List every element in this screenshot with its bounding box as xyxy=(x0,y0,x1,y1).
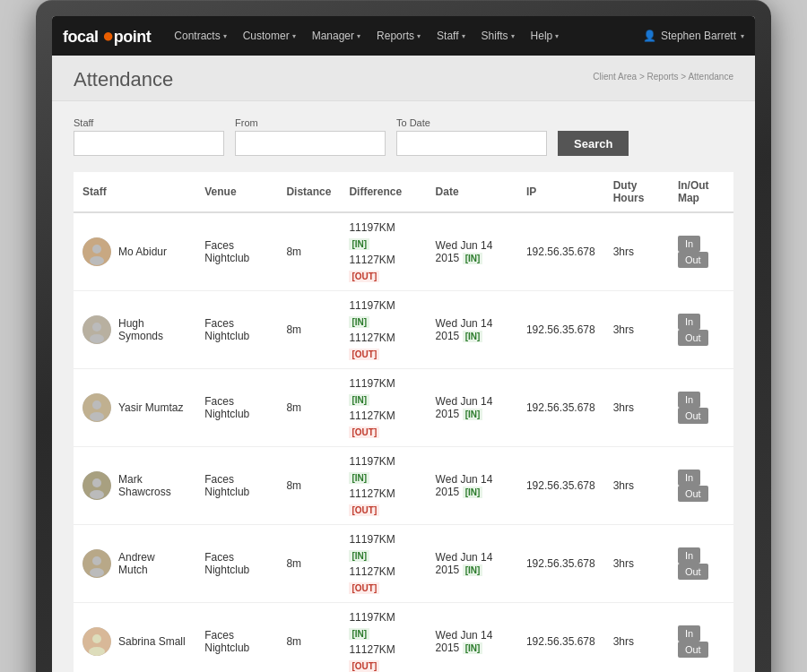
monitor-screen: focal ●point Contracts ▾ Customer ▾ Mana… xyxy=(52,16,755,672)
in-button[interactable]: In xyxy=(678,392,700,408)
cell-venue: Faces Nightclub xyxy=(195,369,277,447)
cell-venue: Faces Nightclub xyxy=(195,447,277,525)
cell-staff: Andrew Mutch xyxy=(74,525,195,603)
avatar xyxy=(82,627,111,656)
monitor: focal ●point Contracts ▾ Customer ▾ Mana… xyxy=(36,0,771,672)
badge-out: [OUT] xyxy=(349,271,379,282)
monitor-bezel: focal ●point Contracts ▾ Customer ▾ Mana… xyxy=(36,0,771,672)
out-button[interactable]: Out xyxy=(678,252,708,268)
date-badge-in: [IN] xyxy=(463,331,483,342)
svg-point-1 xyxy=(92,245,101,254)
user-menu[interactable]: 👤 Stephen Barrett ▾ xyxy=(643,30,744,42)
to-date-input[interactable] xyxy=(396,131,547,156)
nav-manager[interactable]: Manager ▾ xyxy=(305,26,368,46)
badge-in: [IN] xyxy=(349,394,369,406)
date-badge-in: [IN] xyxy=(463,487,483,498)
cell-distance: 8m xyxy=(277,291,340,369)
col-duty-hours: Duty Hours xyxy=(604,172,669,212)
cell-staff: Mo Abidur xyxy=(74,212,195,291)
cell-venue: Faces Nightclub xyxy=(195,525,277,603)
from-field-group: From xyxy=(235,117,386,156)
cell-venue: Faces Nightclub xyxy=(195,212,277,291)
cell-inout-map: In Out xyxy=(669,525,733,603)
badge-out: [OUT] xyxy=(349,582,379,594)
avatar xyxy=(82,393,111,422)
in-button[interactable]: In xyxy=(678,236,700,252)
cell-duty-hours: 3hrs xyxy=(604,447,669,525)
date-badge-in: [IN] xyxy=(463,564,483,576)
cell-date: Wed Jun 14 2015 [IN] xyxy=(427,369,517,447)
staff-field-group: Staff xyxy=(74,117,224,156)
col-distance: Distance xyxy=(277,172,340,212)
table-row: Andrew Mutch Faces Nightclub 8m 11197KM … xyxy=(74,525,733,603)
from-label: From xyxy=(235,117,386,128)
in-button[interactable]: In xyxy=(678,625,700,642)
nav-staff[interactable]: Staff ▾ xyxy=(430,26,472,46)
svg-point-17 xyxy=(89,647,105,656)
to-date-field-group: To Date xyxy=(396,117,547,156)
cell-venue: Faces Nightclub xyxy=(195,603,277,673)
badge-out: [OUT] xyxy=(349,426,379,438)
avatar xyxy=(82,471,111,500)
svg-point-4 xyxy=(92,323,101,332)
page-header: Attendance Client Area > Reports > Atten… xyxy=(52,56,755,101)
in-button[interactable]: In xyxy=(678,547,700,564)
nav-help[interactable]: Help ▾ xyxy=(524,26,567,46)
chevron-down-icon: ▾ xyxy=(555,32,559,40)
nav-reports[interactable]: Reports ▾ xyxy=(369,26,428,46)
in-button[interactable]: In xyxy=(678,314,700,330)
table-body: Mo Abidur Faces Nightclub 8m 11197KM [IN… xyxy=(74,212,733,672)
cell-inout-map: In Out xyxy=(669,291,733,369)
nav-customer[interactable]: Customer ▾ xyxy=(236,26,303,46)
col-date: Date xyxy=(427,172,517,212)
date-badge-in: [IN] xyxy=(463,642,483,654)
staff-input[interactable] xyxy=(74,131,224,156)
cell-distance: 8m xyxy=(277,212,340,291)
out-button[interactable]: Out xyxy=(678,408,708,424)
cell-ip: 192.56.35.678 xyxy=(517,447,604,525)
cell-duty-hours: 3hrs xyxy=(604,603,669,673)
cell-distance: 8m xyxy=(277,369,340,447)
cell-inout-map: In Out xyxy=(669,447,733,525)
svg-point-13 xyxy=(92,556,101,565)
out-button[interactable]: Out xyxy=(678,564,708,580)
logo-dot: ● xyxy=(102,24,114,47)
badge-in: [IN] xyxy=(349,550,369,562)
cell-distance: 8m xyxy=(277,525,340,603)
nav-shifts[interactable]: Shifts ▾ xyxy=(474,26,522,46)
col-staff: Staff xyxy=(74,172,195,212)
badge-in: [IN] xyxy=(349,238,369,250)
out-button[interactable]: Out xyxy=(678,486,708,502)
staff-name: Mo Abidur xyxy=(118,246,167,258)
date-badge-in: [IN] xyxy=(463,409,483,420)
cell-venue: Faces Nightclub xyxy=(195,291,277,369)
badge-out: [OUT] xyxy=(349,504,379,516)
staff-name: Sabrina Small xyxy=(118,635,186,648)
search-button[interactable]: Search xyxy=(558,131,629,156)
badge-in: [IN] xyxy=(349,316,369,328)
avatar xyxy=(82,315,111,344)
from-date-input[interactable] xyxy=(235,131,386,156)
cell-ip: 192.56.35.678 xyxy=(517,603,604,673)
out-button[interactable]: Out xyxy=(678,330,708,346)
logo: focal ●point xyxy=(63,24,151,47)
nav-contracts[interactable]: Contracts ▾ xyxy=(167,26,233,46)
username-label: Stephen Barrett xyxy=(661,30,736,42)
in-button[interactable]: In xyxy=(678,470,700,486)
cell-staff: Sabrina Small xyxy=(74,603,195,673)
table-row: Yasir Mumtaz Faces Nightclub 8m 11197KM … xyxy=(74,369,733,447)
cell-difference: 11197KM [IN] 11127KM [OUT] xyxy=(340,369,426,447)
chevron-down-icon: ▾ xyxy=(462,32,465,40)
chevron-down-icon: ▾ xyxy=(417,32,421,40)
svg-point-10 xyxy=(92,478,101,487)
svg-point-11 xyxy=(90,490,104,499)
svg-point-5 xyxy=(90,334,104,343)
table-row: Hugh Symonds Faces Nightclub 8m 11197KM … xyxy=(74,291,733,369)
col-difference: Difference xyxy=(340,172,426,212)
cell-staff: Mark Shawcross xyxy=(74,447,195,525)
user-icon: 👤 xyxy=(643,30,656,42)
out-button[interactable]: Out xyxy=(678,642,708,658)
nav-items: Contracts ▾ Customer ▾ Manager ▾ Reports… xyxy=(167,26,643,46)
chevron-down-icon: ▾ xyxy=(223,32,227,40)
search-form: Staff From To Date Search xyxy=(74,117,733,172)
